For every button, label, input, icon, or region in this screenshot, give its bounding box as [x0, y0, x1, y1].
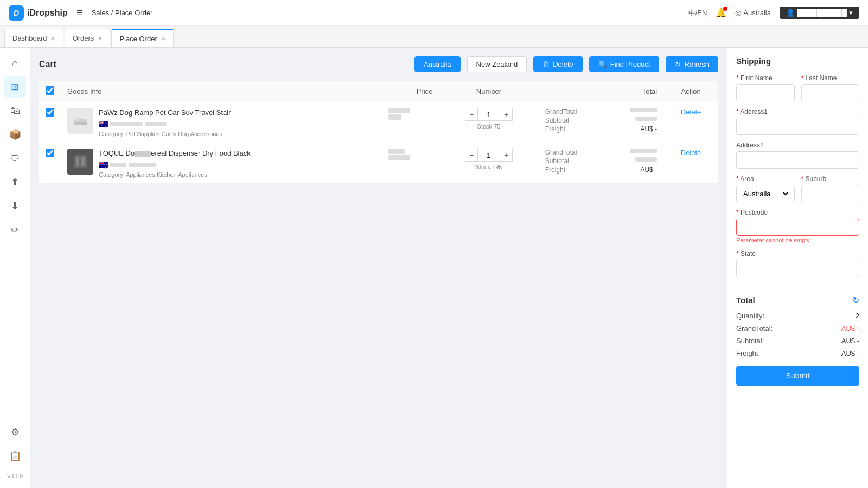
qty-input-2[interactable] — [478, 149, 500, 162]
cart-table: Goods Info Price Number Total Action — [39, 81, 718, 183]
tab-orders-label: Orders — [73, 34, 94, 42]
trash-icon: 🗑 — [542, 60, 550, 68]
product-name-1: PaWz Dog Ramp Pet Car Suv Travel Stair — [99, 108, 375, 118]
quantity-label: Quantity: — [736, 312, 764, 320]
stock-2: Stock 195 — [445, 164, 532, 170]
sidebar-item-reports[interactable]: 📋 — [4, 445, 26, 467]
tab-orders-close[interactable]: × — [98, 35, 102, 42]
australia-button[interactable]: Australia — [414, 56, 461, 72]
select-all-checkbox[interactable] — [46, 86, 54, 95]
location-icon: ◎ — [735, 9, 741, 17]
subtotal-label-2: Subtotal — [545, 157, 569, 165]
price-bar-2b — [388, 155, 410, 160]
sku-bar-2b — [129, 163, 156, 167]
tab-place-order-close[interactable]: × — [162, 35, 165, 42]
tab-dashboard-close[interactable]: × — [52, 35, 55, 42]
lang-switcher[interactable]: 中/EN — [688, 8, 707, 18]
find-product-button[interactable]: 🔍 Find Product — [589, 56, 660, 72]
goods-info-1: PaWz Dog Ramp Pet Car Suv Travel Stair 🇦… — [67, 108, 375, 137]
last-name-group: * Last Name — [801, 74, 860, 101]
search-icon: 🔍 — [598, 60, 607, 68]
sidebar-item-dashboard[interactable]: ⌂ — [4, 52, 26, 74]
row2-checkbox[interactable] — [46, 149, 54, 157]
menu-icon[interactable]: ☰ — [74, 7, 85, 19]
sidebar: ⌂ ⊞ 🛍 📦 🛡 ⬆ ⬇ ✏ ⚙ 📋 V3.1.9 — [0, 48, 30, 488]
sku-bar-1a — [110, 122, 143, 126]
subtotal-line-label: Subtotal: — [736, 337, 764, 345]
first-name-group: * First Name — [736, 74, 795, 101]
delete-button[interactable]: 🗑 Delete — [533, 56, 583, 72]
version-label: V3.1.9 — [7, 469, 23, 484]
address2-label: Address2 — [736, 142, 859, 149]
download-icon: ⬇ — [11, 200, 19, 212]
delete-link-2[interactable]: Delete — [681, 149, 701, 157]
product-sku-1: 🇦🇺 — [99, 120, 375, 129]
content-area: Cart Australia New Zealand 🗑 Delete 🔍 Fi… — [30, 48, 727, 488]
product-details-2: TOQUE Doereal Dispenser Dry Food Black 🇦… — [99, 149, 375, 178]
user-menu-button[interactable]: 👤 ██████████ ▾ — [780, 7, 859, 19]
breadcrumb-sep: / — [111, 9, 113, 17]
sidebar-item-shop[interactable]: 🛍 — [4, 100, 26, 121]
freight-line-label: Freight: — [736, 349, 760, 357]
freight-val-1: AU$ - — [640, 125, 657, 133]
sku-bar-2a — [110, 163, 126, 167]
suburb-input[interactable] — [801, 185, 860, 202]
qty-increase-1[interactable]: + — [500, 108, 513, 121]
sidebar-item-edit[interactable]: ✏ — [4, 219, 26, 241]
state-input[interactable] — [736, 260, 859, 277]
flag-icon-1: 🇦🇺 — [99, 120, 108, 129]
breadcrumb-sales: Sales — [92, 9, 110, 17]
area-dropdown[interactable]: Australia New Zealand — [741, 189, 790, 198]
qty-control-2: − + Stock 195 — [445, 149, 532, 170]
location-selector[interactable]: ◎ Australia — [735, 9, 771, 17]
sidebar-item-protection[interactable]: 🛡 — [4, 147, 26, 169]
grid-icon: ⊞ — [11, 81, 19, 93]
tab-dashboard[interactable]: Dashboard × — [4, 29, 63, 47]
breadcrumb: Sales / Place Order — [92, 9, 153, 17]
total-summary-section: Total ↻ Quantity: 2 GrandTotal: AU$ - Su… — [727, 286, 868, 394]
quantity-line: Quantity: 2 — [736, 312, 859, 320]
sidebar-item-catalog[interactable]: ⊞ — [4, 76, 26, 98]
tab-place-order[interactable]: Place Order × — [111, 29, 173, 47]
tab-orders[interactable]: Orders × — [65, 29, 111, 47]
grand-total-label-2: GrandTotal — [545, 149, 577, 156]
svg-rect-5 — [81, 157, 85, 166]
grand-total-bar-2 — [630, 149, 657, 153]
first-name-input[interactable] — [736, 84, 795, 101]
address2-input[interactable] — [736, 151, 859, 169]
area-select[interactable]: Australia New Zealand — [736, 185, 795, 202]
qty-decrease-1[interactable]: − — [465, 108, 478, 121]
sku-bar-1b — [145, 122, 167, 126]
submit-button[interactable]: Submit — [736, 366, 859, 386]
sidebar-item-import[interactable]: ⬆ — [4, 171, 26, 193]
user-icon: 👤 — [786, 9, 795, 17]
total-refresh-icon[interactable]: ↻ — [852, 295, 859, 305]
qty-increase-2[interactable]: + — [500, 149, 513, 162]
svg-rect-4 — [76, 157, 79, 166]
product-image-2 — [67, 149, 93, 175]
qty-decrease-2[interactable]: − — [465, 149, 478, 162]
delete-link-1[interactable]: Delete — [681, 108, 701, 116]
report-icon: 📋 — [9, 450, 21, 462]
sidebar-item-orders[interactable]: 📦 — [4, 124, 26, 145]
package-icon: 📦 — [9, 129, 21, 140]
col-goods-info: Goods Info — [61, 81, 382, 102]
price-bar-1b — [388, 114, 401, 120]
postcode-input[interactable] — [736, 219, 859, 236]
last-name-input[interactable] — [801, 84, 860, 101]
qty-input-1[interactable] — [478, 108, 500, 121]
postcode-label: * Postcode — [736, 209, 859, 216]
logo[interactable]: D iDropship — [9, 5, 68, 21]
location-text: Australia — [743, 9, 771, 17]
refresh-button[interactable]: ↻ Refresh — [666, 56, 718, 72]
new-zealand-button[interactable]: New Zealand — [467, 56, 527, 72]
price-cell-2 — [388, 149, 432, 160]
notification-bell[interactable]: 🔔 — [716, 8, 726, 18]
col-number: Number — [439, 81, 538, 102]
sidebar-item-settings[interactable]: ⚙ — [4, 421, 26, 443]
logo-text: iDropship — [27, 8, 68, 18]
sidebar-item-export[interactable]: ⬇ — [4, 195, 26, 217]
row1-checkbox[interactable] — [46, 108, 54, 117]
freight-line-val: AU$ - — [841, 349, 859, 357]
address1-input[interactable] — [736, 118, 859, 135]
